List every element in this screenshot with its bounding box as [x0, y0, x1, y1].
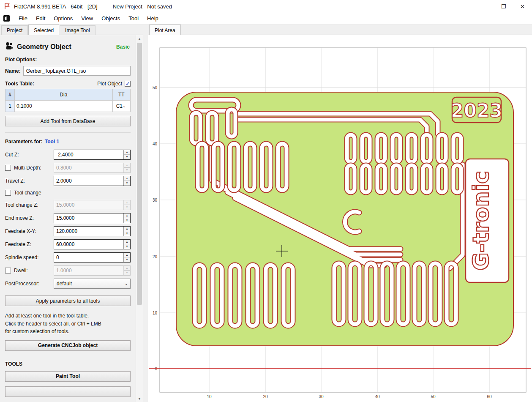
- multi-depth-input: ▲▼: [54, 163, 131, 173]
- menu-item-tool[interactable]: Tool: [124, 14, 143, 23]
- chevron-down-icon[interactable]: ⌄: [123, 104, 128, 108]
- pad-group-top-left: [192, 109, 235, 143]
- geometry-object-icon: [5, 42, 14, 52]
- plot-object-label: Plot Object: [97, 81, 122, 87]
- plot-object-checkbox[interactable]: ✓: [125, 81, 131, 87]
- plot-tab-bar: Plot Area: [148, 25, 532, 35]
- tools-table: # Dia TT 1 0.1000 C1 ⌄: [5, 89, 131, 112]
- window-title: FlatCAM 8.991 BETA - 64bit - [2D]: [14, 3, 98, 10]
- menu-bar: File Edit Options View Objects Tool Help: [0, 13, 532, 25]
- close-button[interactable]: ✕: [513, 0, 532, 13]
- svg-text:50: 50: [431, 394, 436, 399]
- menu-item-options[interactable]: Options: [49, 14, 77, 23]
- tools-table-label: Tools Table:: [5, 81, 34, 87]
- spin-up-icon[interactable]: ▲: [124, 227, 130, 231]
- mode-badge[interactable]: Basic: [116, 44, 130, 50]
- svg-text:2023: 2023: [451, 100, 502, 121]
- spin-down-icon[interactable]: ▼: [124, 180, 130, 186]
- tool-diameter-cell[interactable]: 0.1000: [15, 101, 113, 112]
- selected-object-panel: Geometry Object Basic Plot Options: Name…: [0, 35, 136, 402]
- year-label: 2023: [451, 97, 502, 123]
- scroll-up-icon[interactable]: ▲: [136, 35, 143, 42]
- spin-down-icon[interactable]: ▼: [124, 154, 130, 159]
- title-bar: FlatCAM 8.991 BETA - 64bit - [2D] New Pr…: [0, 0, 532, 13]
- tool-change-checkbox[interactable]: [5, 190, 11, 196]
- dwell-label: Dwell:: [14, 268, 28, 273]
- svg-text:G-tronic: G-tronic: [468, 171, 494, 271]
- dwell-input: ▲▼: [54, 265, 131, 276]
- menu-item-edit[interactable]: Edit: [32, 14, 49, 23]
- partial-bottom-button[interactable]: [5, 386, 131, 397]
- cut-z-input[interactable]: ▲▼: [54, 150, 131, 160]
- tool-change-z-label: Tool change Z:: [5, 202, 38, 208]
- menu-item-view[interactable]: View: [77, 14, 97, 23]
- svg-text:10: 10: [207, 394, 212, 399]
- add-tool-from-database-button[interactable]: Add Tool from DataBase: [5, 116, 131, 126]
- tab-selected[interactable]: Selected: [28, 25, 59, 35]
- chevron-down-icon: ⌄: [123, 281, 130, 286]
- scrollbar-thumb[interactable]: [137, 43, 142, 305]
- tools-table-header-num[interactable]: #: [5, 89, 15, 101]
- tool-number-cell[interactable]: 1: [5, 101, 15, 112]
- project-status: New Project - Not saved: [113, 3, 172, 10]
- tool-type-cell[interactable]: C1 ⌄: [112, 101, 130, 112]
- svg-text:30: 30: [153, 198, 158, 202]
- svg-text:10: 10: [153, 311, 158, 315]
- cut-z-label: Cut Z:: [5, 152, 19, 158]
- tool-1-link[interactable]: Tool 1: [45, 139, 59, 145]
- spin-up-icon[interactable]: ▲: [124, 150, 130, 155]
- spindle-speed-input[interactable]: ▲▼: [54, 252, 131, 263]
- svg-text:20: 20: [263, 394, 268, 399]
- spin-up-icon[interactable]: ▲: [124, 240, 130, 244]
- panel-scrollbar[interactable]: ▲ ▼: [136, 35, 143, 402]
- feedrate-xy-input[interactable]: ▲▼: [54, 226, 131, 236]
- spin-down-icon[interactable]: ▼: [124, 218, 130, 223]
- spin-up-icon[interactable]: ▲: [124, 253, 130, 257]
- spin-down-icon: ▼: [124, 205, 130, 210]
- feedrate-xy-label: Feedrate X-Y:: [5, 228, 36, 234]
- scroll-down-icon[interactable]: ▼: [136, 395, 143, 402]
- spin-up-icon[interactable]: ▲: [124, 176, 130, 181]
- tool-table-hint: Add at least one tool in the tool-table.…: [5, 312, 131, 336]
- app-menu-icon[interactable]: [3, 15, 10, 22]
- tab-plot-area[interactable]: Plot Area: [149, 25, 181, 35]
- feedrate-z-input[interactable]: ▲▼: [54, 239, 131, 249]
- svg-text:20: 20: [153, 254, 158, 259]
- multi-depth-label: Multi-Depth:: [14, 165, 41, 171]
- end-move-z-input[interactable]: ▲▼: [54, 213, 131, 223]
- plot-area: 50 40 30 20 10 0 10 20 30 40 50 60: [148, 35, 532, 402]
- tools-table-header-tt[interactable]: TT: [112, 89, 130, 101]
- minimize-button[interactable]: –: [475, 0, 494, 13]
- brand-label: G-tronic: [466, 159, 509, 282]
- svg-text:40: 40: [375, 394, 380, 399]
- tab-image-tool[interactable]: Image Tool: [60, 25, 95, 35]
- tab-project[interactable]: Project: [1, 25, 28, 35]
- paint-tool-button[interactable]: Paint Tool: [5, 371, 131, 382]
- object-name-input[interactable]: [23, 66, 131, 76]
- maximize-button[interactable]: ❐: [494, 0, 513, 13]
- postprocessor-select[interactable]: default ⌄: [54, 279, 131, 289]
- spin-up-icon[interactable]: ▲: [124, 213, 130, 218]
- menu-item-objects[interactable]: Objects: [97, 14, 124, 23]
- menu-item-file[interactable]: File: [14, 14, 32, 23]
- svg-text:50: 50: [153, 85, 158, 90]
- plot-options-label: Plot Options:: [5, 57, 131, 63]
- tools-table-header-dia[interactable]: Dia: [15, 89, 113, 101]
- apply-parameters-button[interactable]: Apply parameters to all tools: [5, 295, 131, 306]
- dwell-checkbox[interactable]: [5, 268, 11, 273]
- flatcam-logo-icon: [3, 3, 11, 10]
- generate-cncjob-button[interactable]: Generate CNCJob object: [5, 340, 131, 351]
- parameters-for-label: Parameters for:: [5, 139, 43, 145]
- travel-z-label: Travel Z:: [5, 178, 25, 184]
- spin-down-icon[interactable]: ▼: [124, 257, 130, 262]
- separator: [5, 132, 131, 133]
- name-label: Name:: [5, 68, 21, 74]
- menu-item-help[interactable]: Help: [143, 14, 163, 23]
- spin-down-icon: ▼: [124, 167, 130, 172]
- travel-z-input[interactable]: ▲▼: [54, 176, 131, 186]
- plot-canvas[interactable]: 50 40 30 20 10 0 10 20 30 40 50 60: [148, 35, 532, 402]
- table-row[interactable]: 1 0.1000 C1 ⌄: [5, 101, 131, 112]
- multi-depth-checkbox[interactable]: [5, 165, 11, 171]
- spin-down-icon[interactable]: ▼: [124, 231, 130, 236]
- spin-down-icon[interactable]: ▼: [124, 244, 130, 249]
